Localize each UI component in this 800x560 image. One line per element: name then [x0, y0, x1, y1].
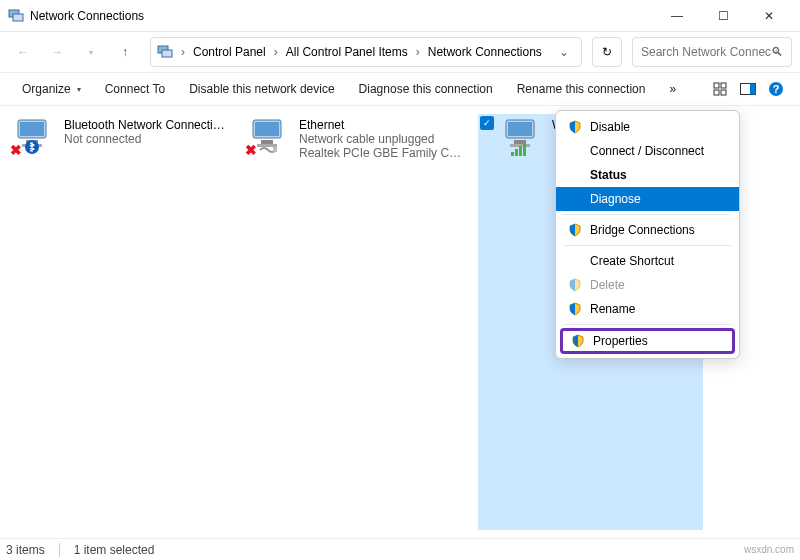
selected-check-icon: ✓	[480, 116, 494, 130]
ctx-create-shortcut[interactable]: Create Shortcut	[556, 249, 739, 273]
breadcrumb-item[interactable]: Network Connections	[424, 43, 546, 61]
separator	[59, 543, 60, 557]
ctx-disable[interactable]: Disable	[556, 115, 739, 139]
up-button[interactable]: ↑	[110, 37, 140, 67]
ctx-properties[interactable]: Properties	[560, 328, 735, 354]
ctx-status[interactable]: Status	[556, 163, 739, 187]
connect-to-button[interactable]: Connect To	[95, 78, 176, 100]
shield-icon	[568, 302, 582, 316]
connection-icon: ✖	[247, 118, 291, 158]
error-x-icon: ✖	[10, 142, 22, 158]
connection-icon	[500, 118, 544, 158]
ctx-label: Connect / Disconnect	[590, 144, 704, 158]
bluetooth-icon	[24, 139, 40, 158]
ctx-bridge[interactable]: Bridge Connections	[556, 218, 739, 242]
rename-button[interactable]: Rename this connection	[507, 78, 656, 100]
ctx-label: Delete	[590, 278, 625, 292]
selected-count: 1 item selected	[74, 543, 155, 557]
ctx-label: Properties	[593, 334, 648, 348]
svg-rect-27	[515, 149, 518, 156]
shield-icon	[568, 278, 582, 292]
shield-icon	[571, 334, 585, 348]
breadcrumb-item[interactable]: All Control Panel Items	[282, 43, 412, 61]
search-box[interactable]: 🔍︎	[632, 37, 792, 67]
chevron-right-icon[interactable]: ›	[414, 45, 422, 59]
ctx-label: Bridge Connections	[590, 223, 695, 237]
svg-rect-4	[714, 83, 719, 88]
svg-rect-5	[721, 83, 726, 88]
connection-status: Network cable unplugged	[299, 132, 464, 146]
ctx-label: Diagnose	[590, 192, 641, 206]
svg-rect-9	[750, 84, 756, 95]
preview-pane-button[interactable]	[736, 77, 760, 101]
svg-rect-26	[511, 152, 514, 156]
wifi-signal-icon	[510, 143, 528, 160]
connection-icon: ✖	[12, 118, 56, 158]
svg-rect-6	[714, 90, 719, 95]
svg-rect-18	[255, 122, 279, 136]
ctx-diagnose[interactable]: Diagnose	[556, 187, 739, 211]
close-button[interactable]: ✕	[746, 0, 792, 32]
breadcrumb-item[interactable]: Control Panel	[189, 43, 270, 61]
separator	[564, 214, 731, 215]
ctx-delete: Delete	[556, 273, 739, 297]
connection-adapter: Realtek PCIe GBE Family Contr...	[299, 146, 464, 160]
separator	[564, 245, 731, 246]
search-input[interactable]	[641, 45, 771, 59]
chevron-right-icon[interactable]: ›	[272, 45, 280, 59]
error-x-icon: ✖	[245, 142, 257, 158]
chevron-down-icon[interactable]: ⌄	[553, 45, 575, 59]
refresh-button[interactable]: ↻	[592, 37, 622, 67]
maximize-button[interactable]: ☐	[700, 0, 746, 32]
svg-text:?: ?	[773, 83, 780, 95]
connection-item-ethernet[interactable]: ✖ Ethernet Network cable unplugged Realt…	[243, 114, 468, 530]
ctx-label: Status	[590, 168, 627, 182]
breadcrumb-icon	[157, 44, 173, 60]
toolbar-overflow[interactable]: »	[659, 78, 686, 100]
ctx-label: Rename	[590, 302, 635, 316]
connection-item-bluetooth[interactable]: ✖ Bluetooth Network Connection 2 Not con…	[8, 114, 233, 530]
chevron-right-icon[interactable]: ›	[179, 45, 187, 59]
ctx-label: Disable	[590, 120, 630, 134]
minimize-button[interactable]: —	[654, 0, 700, 32]
svg-rect-13	[20, 122, 44, 136]
breadcrumb[interactable]: › Control Panel › All Control Panel Item…	[150, 37, 582, 67]
connection-name: Bluetooth Network Connection 2	[64, 118, 229, 132]
navbar: ← → ▾ ↑ › Control Panel › All Control Pa…	[0, 32, 800, 72]
shield-icon	[568, 223, 582, 237]
window-title: Network Connections	[30, 9, 654, 23]
app-icon	[8, 8, 24, 24]
search-icon[interactable]: 🔍︎	[771, 45, 783, 59]
watermark: wsxdn.com	[744, 544, 794, 555]
recent-dropdown[interactable]: ▾	[76, 37, 106, 67]
forward-button[interactable]: →	[42, 37, 72, 67]
back-button[interactable]: ←	[8, 37, 38, 67]
svg-rect-21	[273, 147, 277, 152]
connection-name: Ethernet	[299, 118, 464, 132]
ctx-connect-disconnect[interactable]: Connect / Disconnect	[556, 139, 739, 163]
organize-menu[interactable]: Organize	[12, 78, 91, 100]
titlebar: Network Connections — ☐ ✕	[0, 0, 800, 32]
ctx-rename[interactable]: Rename	[556, 297, 739, 321]
context-menu: Disable Connect / Disconnect Status Diag…	[555, 110, 740, 359]
svg-rect-7	[721, 90, 726, 95]
cable-icon	[259, 144, 277, 158]
svg-rect-1	[13, 14, 23, 21]
svg-rect-29	[523, 143, 526, 156]
svg-rect-28	[519, 146, 522, 156]
view-options-button[interactable]	[708, 77, 732, 101]
window-controls: — ☐ ✕	[654, 0, 792, 32]
statusbar: 3 items 1 item selected wsxdn.com	[0, 538, 800, 560]
item-count: 3 items	[6, 543, 45, 557]
svg-rect-23	[508, 122, 532, 136]
disable-device-button[interactable]: Disable this network device	[179, 78, 344, 100]
separator	[564, 324, 731, 325]
help-button[interactable]: ?	[764, 77, 788, 101]
connection-status: Not connected	[64, 132, 229, 146]
svg-rect-3	[162, 50, 172, 57]
toolbar: Organize Connect To Disable this network…	[0, 72, 800, 106]
diagnose-button[interactable]: Diagnose this connection	[349, 78, 503, 100]
shield-icon	[568, 120, 582, 134]
ctx-label: Create Shortcut	[590, 254, 674, 268]
